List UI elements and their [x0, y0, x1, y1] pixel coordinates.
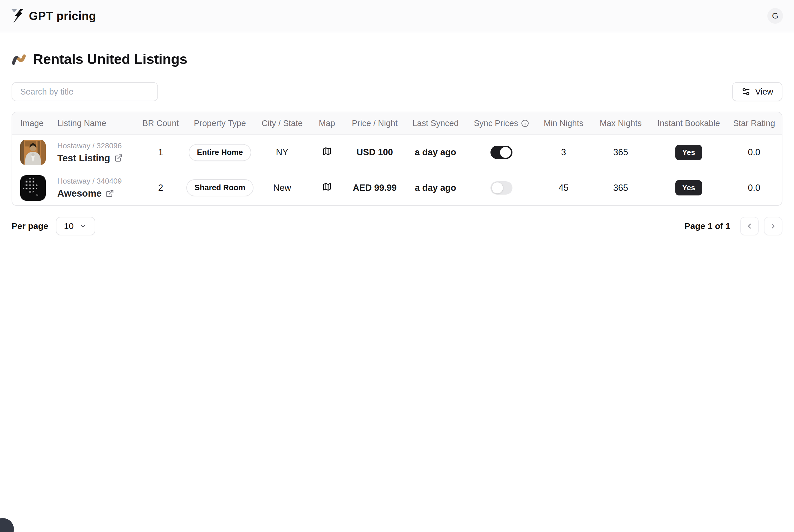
external-link-icon	[114, 154, 123, 162]
map-icon[interactable]	[322, 147, 332, 156]
col-header-map: Map	[310, 112, 344, 135]
per-page-select[interactable]: 10	[56, 217, 95, 235]
col-header-sync-prices: Sync Prices	[466, 112, 537, 135]
property-type-badge: Shared Room	[186, 179, 254, 196]
star-rating-cell: 0.0	[726, 135, 782, 170]
prev-page-button[interactable]	[740, 217, 759, 235]
br-count-cell: 2	[136, 170, 185, 205]
col-header-last-synced: Last Synced	[405, 112, 466, 135]
max-nights-cell: 365	[590, 135, 651, 170]
col-header-image: Image	[12, 112, 52, 135]
listing-source: Hostaway / 340409	[57, 177, 136, 186]
next-page-button[interactable]	[764, 217, 782, 235]
listings-table-card: Image Listing Name BR Count Property Typ…	[12, 112, 782, 206]
col-header-br-count: BR Count	[136, 112, 185, 135]
toolbar: View	[12, 82, 782, 101]
per-page-label: Per page	[12, 221, 48, 231]
corner-widget-bubble[interactable]	[0, 518, 14, 532]
br-count-cell: 1	[136, 135, 185, 170]
chevron-right-icon	[769, 222, 777, 230]
col-header-star-rating: Star Rating	[726, 112, 782, 135]
search-input[interactable]	[12, 82, 158, 101]
table-row: Hostaway / 340409 Awesome 2	[12, 170, 782, 205]
view-button[interactable]: View	[732, 82, 782, 101]
listing-name: Awesome	[57, 188, 101, 199]
min-nights-cell: 45	[537, 170, 590, 205]
col-header-instant-bookable: Instant Bookable	[651, 112, 726, 135]
col-header-listing-name: Listing Name	[52, 112, 136, 135]
per-page-value: 10	[64, 221, 74, 231]
page-title-row: Rentals United Listings	[12, 51, 782, 67]
col-header-price-night: Price / Night	[344, 112, 405, 135]
page-title: Rentals United Listings	[33, 51, 187, 67]
brand-name: GPT pricing	[29, 10, 96, 22]
property-type-badge: Entire Home	[189, 144, 251, 161]
instant-bookable-badge: Yes	[676, 145, 702, 160]
price-night-cell: AED 99.99	[344, 170, 405, 205]
sync-prices-toggle[interactable]	[491, 146, 513, 159]
col-header-city-state: City / State	[255, 112, 310, 135]
listing-name: Test Listing	[57, 153, 110, 164]
city-state-cell: New	[255, 170, 310, 205]
page-info: Page 1 of 1	[685, 221, 730, 231]
listings-table: Image Listing Name BR Count Property Typ…	[12, 112, 782, 205]
listing-name-link[interactable]: Awesome	[57, 188, 114, 199]
col-header-max-nights: Max Nights	[590, 112, 651, 135]
listing-thumbnail	[20, 175, 46, 201]
brand-logo[interactable]: GPT pricing	[11, 9, 96, 23]
map-icon[interactable]	[322, 182, 332, 191]
listing-thumbnail	[20, 140, 46, 165]
instant-bookable-badge: Yes	[676, 180, 702, 195]
info-icon[interactable]	[521, 119, 529, 127]
table-row: Hostaway / 328096 Test Listing 1	[12, 135, 782, 170]
chevron-down-icon	[79, 222, 87, 230]
rentals-united-wave-icon	[12, 53, 26, 65]
brand-bolt-icon	[11, 9, 24, 23]
listing-source: Hostaway / 328096	[57, 141, 136, 150]
sync-prices-toggle[interactable]	[491, 181, 513, 195]
chevron-left-icon	[745, 222, 754, 230]
avatar-initial: G	[772, 11, 778, 21]
sync-prices-label: Sync Prices	[474, 118, 518, 128]
min-nights-cell: 3	[537, 135, 590, 170]
external-link-icon	[106, 189, 114, 198]
last-synced-cell: a day ago	[405, 170, 466, 205]
top-bar: GPT pricing G	[0, 0, 794, 32]
max-nights-cell: 365	[590, 170, 651, 205]
sliders-icon	[741, 87, 751, 96]
pagination-bar: Per page 10 Page 1 of 1	[12, 217, 782, 235]
col-header-property-type: Property Type	[185, 112, 255, 135]
listing-name-link[interactable]: Test Listing	[57, 153, 123, 164]
table-header-row: Image Listing Name BR Count Property Typ…	[12, 112, 782, 135]
city-state-cell: NY	[255, 135, 310, 170]
last-synced-cell: a day ago	[405, 135, 466, 170]
star-rating-cell: 0.0	[726, 170, 782, 205]
user-avatar[interactable]: G	[768, 8, 783, 24]
view-button-label: View	[755, 87, 773, 97]
price-night-cell: USD 100	[344, 135, 405, 170]
col-header-min-nights: Min Nights	[537, 112, 590, 135]
